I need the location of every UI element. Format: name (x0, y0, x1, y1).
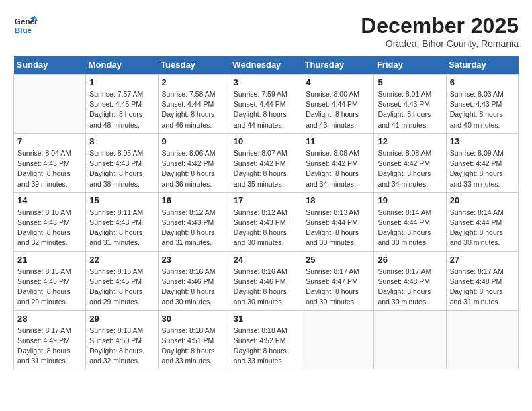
page-header: General Blue December 2025 Oradea, Bihor… (13, 13, 519, 49)
day-number: 2 (162, 77, 226, 87)
calendar-cell: 29Sunrise: 8:18 AMSunset: 4:50 PMDayligh… (86, 310, 158, 369)
day-number: 8 (89, 136, 154, 146)
day-header-saturday: Saturday (446, 56, 518, 75)
week-row-3: 14Sunrise: 8:10 AMSunset: 4:43 PMDayligh… (14, 192, 519, 251)
calendar-cell: 19Sunrise: 8:14 AMSunset: 4:44 PMDayligh… (374, 192, 446, 251)
day-number: 11 (306, 136, 370, 146)
day-info: Sunrise: 8:14 AMSunset: 4:44 PMDaylight:… (378, 208, 442, 248)
day-number: 12 (378, 136, 442, 146)
day-number: 6 (450, 77, 515, 87)
calendar-cell: 26Sunrise: 8:17 AMSunset: 4:48 PMDayligh… (374, 251, 446, 310)
calendar-cell: 23Sunrise: 8:16 AMSunset: 4:46 PMDayligh… (158, 251, 230, 310)
day-info: Sunrise: 8:12 AMSunset: 4:43 PMDaylight:… (234, 208, 298, 248)
day-info: Sunrise: 8:16 AMSunset: 4:46 PMDaylight:… (162, 267, 226, 308)
day-number: 19 (378, 195, 442, 205)
title-block: December 2025 Oradea, Bihor County, Roma… (361, 13, 519, 49)
week-row-4: 21Sunrise: 8:15 AMSunset: 4:45 PMDayligh… (14, 251, 519, 310)
day-number: 29 (89, 314, 154, 324)
day-number: 23 (162, 255, 226, 265)
day-number: 7 (17, 136, 82, 146)
day-number: 26 (378, 255, 442, 265)
calendar-body: 1Sunrise: 7:57 AMSunset: 4:45 PMDaylight… (14, 75, 519, 369)
day-number: 15 (89, 195, 154, 205)
day-info: Sunrise: 8:15 AMSunset: 4:45 PMDaylight:… (17, 267, 82, 308)
day-number: 22 (89, 255, 154, 265)
calendar-cell: 13Sunrise: 8:09 AMSunset: 4:42 PMDayligh… (446, 133, 518, 192)
calendar-cell: 3Sunrise: 7:59 AMSunset: 4:44 PMDaylight… (230, 75, 302, 134)
day-info: Sunrise: 8:06 AMSunset: 4:42 PMDaylight:… (162, 148, 226, 189)
day-number: 16 (162, 195, 226, 205)
day-info: Sunrise: 8:04 AMSunset: 4:43 PMDaylight:… (17, 148, 82, 189)
calendar-cell: 22Sunrise: 8:15 AMSunset: 4:45 PMDayligh… (86, 251, 158, 310)
day-info: Sunrise: 8:18 AMSunset: 4:51 PMDaylight:… (162, 326, 226, 367)
day-header-tuesday: Tuesday (158, 56, 230, 75)
day-header-monday: Monday (86, 56, 158, 75)
calendar-cell: 25Sunrise: 8:17 AMSunset: 4:47 PMDayligh… (302, 251, 374, 310)
day-info: Sunrise: 8:16 AMSunset: 4:46 PMDaylight:… (234, 267, 298, 308)
week-row-5: 28Sunrise: 8:17 AMSunset: 4:49 PMDayligh… (14, 310, 519, 369)
month-year: December 2025 (361, 13, 519, 38)
day-info: Sunrise: 8:17 AMSunset: 4:48 PMDaylight:… (378, 267, 442, 308)
calendar-cell: 24Sunrise: 8:16 AMSunset: 4:46 PMDayligh… (230, 251, 302, 310)
day-number: 25 (306, 255, 370, 265)
day-number: 28 (17, 314, 82, 324)
day-number: 9 (162, 136, 226, 146)
calendar-header-row: SundayMondayTuesdayWednesdayThursdayFrid… (14, 56, 519, 75)
day-info: Sunrise: 8:12 AMSunset: 4:43 PMDaylight:… (162, 208, 226, 248)
logo: General Blue (13, 13, 38, 38)
calendar-cell: 28Sunrise: 8:17 AMSunset: 4:49 PMDayligh… (14, 310, 86, 369)
day-number: 13 (450, 136, 515, 146)
calendar-cell: 15Sunrise: 8:11 AMSunset: 4:43 PMDayligh… (86, 192, 158, 251)
location: Oradea, Bihor County, Romania (361, 38, 519, 49)
calendar-cell: 6Sunrise: 8:03 AMSunset: 4:43 PMDaylight… (446, 75, 518, 134)
day-info: Sunrise: 7:59 AMSunset: 4:44 PMDaylight:… (234, 89, 298, 130)
day-info: Sunrise: 8:18 AMSunset: 4:50 PMDaylight:… (89, 326, 154, 367)
day-info: Sunrise: 8:03 AMSunset: 4:43 PMDaylight:… (450, 89, 515, 130)
day-info: Sunrise: 8:05 AMSunset: 4:43 PMDaylight:… (89, 148, 154, 189)
logo-icon: General Blue (13, 13, 38, 38)
day-info: Sunrise: 7:57 AMSunset: 4:45 PMDaylight:… (89, 89, 154, 130)
day-info: Sunrise: 8:17 AMSunset: 4:47 PMDaylight:… (306, 267, 370, 308)
day-info: Sunrise: 8:09 AMSunset: 4:42 PMDaylight:… (450, 148, 515, 189)
day-number: 27 (450, 255, 515, 265)
svg-text:Blue: Blue (15, 26, 32, 34)
day-number: 21 (17, 255, 82, 265)
day-info: Sunrise: 8:10 AMSunset: 4:43 PMDaylight:… (17, 208, 82, 248)
day-info: Sunrise: 8:17 AMSunset: 4:48 PMDaylight:… (450, 267, 515, 308)
calendar-cell: 18Sunrise: 8:13 AMSunset: 4:44 PMDayligh… (302, 192, 374, 251)
day-number: 17 (234, 195, 298, 205)
calendar-cell: 9Sunrise: 8:06 AMSunset: 4:42 PMDaylight… (158, 133, 230, 192)
calendar-cell: 17Sunrise: 8:12 AMSunset: 4:43 PMDayligh… (230, 192, 302, 251)
day-number: 24 (234, 255, 298, 265)
day-info: Sunrise: 8:14 AMSunset: 4:44 PMDaylight:… (450, 208, 515, 248)
day-number: 1 (89, 77, 154, 87)
calendar-cell: 10Sunrise: 8:07 AMSunset: 4:42 PMDayligh… (230, 133, 302, 192)
day-header-wednesday: Wednesday (230, 56, 302, 75)
week-row-2: 7Sunrise: 8:04 AMSunset: 4:43 PMDaylight… (14, 133, 519, 192)
day-info: Sunrise: 8:08 AMSunset: 4:42 PMDaylight:… (378, 148, 442, 189)
day-info: Sunrise: 8:08 AMSunset: 4:42 PMDaylight:… (306, 148, 370, 189)
day-number: 20 (450, 195, 515, 205)
day-number: 5 (378, 77, 442, 87)
calendar-cell: 8Sunrise: 8:05 AMSunset: 4:43 PMDaylight… (86, 133, 158, 192)
calendar-cell: 4Sunrise: 8:00 AMSunset: 4:44 PMDaylight… (302, 75, 374, 134)
day-info: Sunrise: 8:18 AMSunset: 4:52 PMDaylight:… (234, 326, 298, 367)
calendar-cell: 12Sunrise: 8:08 AMSunset: 4:42 PMDayligh… (374, 133, 446, 192)
calendar-table: SundayMondayTuesdayWednesdayThursdayFrid… (13, 56, 519, 369)
day-number: 30 (162, 314, 226, 324)
day-info: Sunrise: 7:58 AMSunset: 4:44 PMDaylight:… (162, 89, 226, 130)
day-header-thursday: Thursday (302, 56, 374, 75)
calendar-cell: 27Sunrise: 8:17 AMSunset: 4:48 PMDayligh… (446, 251, 518, 310)
day-info: Sunrise: 8:00 AMSunset: 4:44 PMDaylight:… (306, 89, 370, 130)
calendar-cell: 14Sunrise: 8:10 AMSunset: 4:43 PMDayligh… (14, 192, 86, 251)
day-header-sunday: Sunday (14, 56, 86, 75)
calendar-cell: 30Sunrise: 8:18 AMSunset: 4:51 PMDayligh… (158, 310, 230, 369)
week-row-1: 1Sunrise: 7:57 AMSunset: 4:45 PMDaylight… (14, 75, 519, 134)
day-number: 10 (234, 136, 298, 146)
day-info: Sunrise: 8:17 AMSunset: 4:49 PMDaylight:… (17, 326, 82, 367)
day-info: Sunrise: 8:15 AMSunset: 4:45 PMDaylight:… (89, 267, 154, 308)
day-info: Sunrise: 8:11 AMSunset: 4:43 PMDaylight:… (89, 208, 154, 248)
calendar-cell: 5Sunrise: 8:01 AMSunset: 4:43 PMDaylight… (374, 75, 446, 134)
calendar-cell (14, 75, 86, 134)
calendar-cell: 11Sunrise: 8:08 AMSunset: 4:42 PMDayligh… (302, 133, 374, 192)
